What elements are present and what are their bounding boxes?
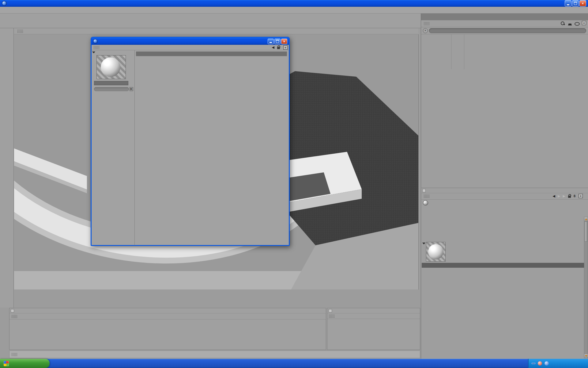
panel-grip[interactable] (424, 194, 430, 198)
panel-grip[interactable] (93, 46, 100, 49)
material-icon (423, 200, 428, 205)
panel-grip[interactable] (11, 353, 17, 356)
timeline (14, 290, 420, 308)
panel-grip[interactable] (17, 29, 23, 33)
material-dialog-icon (93, 39, 98, 44)
viewport-label[interactable] (15, 36, 18, 36)
materials-panel (9, 308, 326, 350)
object-search-input[interactable] (429, 28, 586, 33)
collapse-triangle-icon[interactable] (92, 52, 95, 55)
collapse-triangle-icon[interactable] (422, 243, 425, 246)
lock-icon[interactable] (568, 194, 571, 198)
restore-button[interactable] (572, 0, 579, 6)
viewport-menu-bar (14, 28, 418, 34)
material-preview[interactable] (426, 242, 446, 262)
material-preview[interactable] (96, 55, 126, 79)
attributes-panel: ◀ ▶ ▶ 8 (421, 188, 588, 359)
dialog-close-button[interactable]: × (281, 39, 287, 44)
material-editor-sidebar: ▶ (92, 50, 135, 245)
scrollbar-thumb[interactable] (585, 221, 587, 242)
panel-grip[interactable] (424, 22, 430, 25)
scroll-up-icon[interactable] (584, 217, 588, 221)
search-icon[interactable] (560, 21, 565, 26)
object-manager-menu (421, 20, 588, 27)
minimize-button[interactable] (565, 0, 571, 6)
attributes-section-header (422, 263, 588, 268)
material-editor-params (135, 50, 289, 245)
add-icon[interactable] (578, 194, 582, 198)
add-icon[interactable] (283, 45, 287, 50)
material-name-field[interactable] (94, 81, 128, 85)
attributes-scrollbar[interactable] (584, 217, 588, 358)
windows-taskbar (0, 359, 588, 368)
window-titlebar: × (0, 0, 588, 7)
language-indicator[interactable] (532, 363, 535, 364)
main-toolbar (0, 13, 421, 28)
windows-flag-icon (4, 361, 9, 366)
panel-box-icon[interactable] (329, 309, 332, 312)
coordinates-panel (327, 308, 420, 350)
object-manager-tabs (421, 13, 588, 20)
preview-slider-arrow-icon[interactable]: ▶ (130, 87, 133, 91)
dialog-minimize-button[interactable] (268, 39, 274, 44)
dialog-section-header (136, 52, 287, 56)
mode-toolbar (0, 28, 14, 308)
tray-volume-icon[interactable] (545, 361, 549, 366)
panel-box-icon[interactable] (422, 189, 426, 192)
cinema4d-window: × (0, 0, 588, 368)
panel-box-icon[interactable] (11, 309, 14, 312)
link-icon[interactable]: 8 (574, 194, 575, 198)
home-icon[interactable] (567, 21, 572, 26)
forward-arrow-icon[interactable]: ▶ (563, 194, 565, 198)
scroll-down-icon[interactable] (584, 354, 588, 358)
preview-slider[interactable] (94, 87, 129, 91)
menu-bar (0, 7, 588, 13)
close-button[interactable]: × (579, 0, 586, 6)
eye-icon[interactable] (574, 21, 579, 26)
back-arrow-icon[interactable]: ◀ (272, 45, 274, 49)
dialog-titlebar[interactable]: × (92, 38, 289, 45)
start-button[interactable] (0, 359, 50, 368)
panel-grip[interactable] (329, 314, 335, 318)
tray-app-icon[interactable] (538, 361, 542, 366)
clear-search-icon[interactable]: × (423, 28, 428, 33)
panel-grip[interactable] (11, 315, 17, 318)
forward-arrow-icon[interactable]: ▶ (558, 194, 560, 198)
dialog-maximize-button[interactable] (274, 39, 281, 44)
material-editor-dialog: × ◀ ▶ (91, 37, 290, 246)
object-search-row: × (421, 27, 588, 34)
back-arrow-icon[interactable]: ◀ (552, 194, 555, 198)
maxon-brand (2, 309, 9, 358)
right-panel: × ◀ ▶ ▶ 8 (421, 13, 588, 359)
lock-icon[interactable] (277, 45, 280, 49)
add-icon[interactable] (581, 21, 586, 26)
object-tree (421, 34, 588, 69)
status-bar (9, 351, 420, 358)
system-tray (528, 359, 588, 368)
app-icon (2, 1, 7, 6)
